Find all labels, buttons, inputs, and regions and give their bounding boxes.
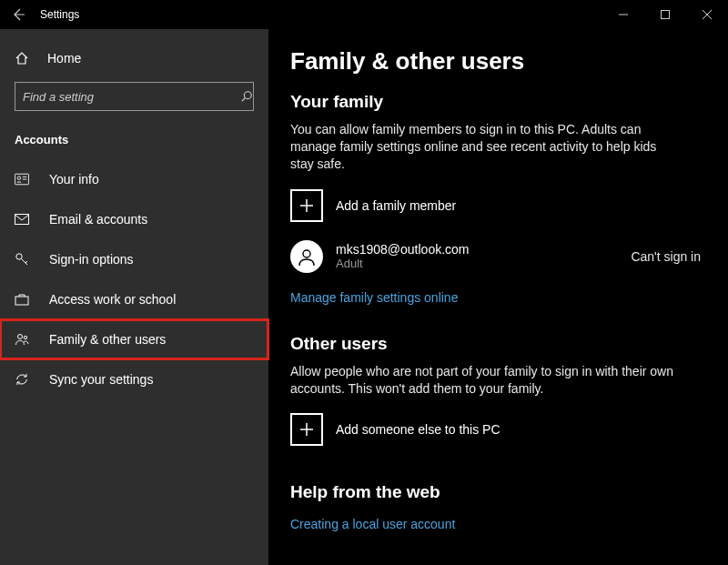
sidebar-item-label: Email & accounts [49,212,147,227]
sidebar-item-sync[interactable]: Sync your settings [0,359,268,399]
sidebar-item-label: Sync your settings [49,372,153,387]
svg-rect-11 [15,215,29,225]
svg-point-7 [17,177,21,180]
svg-point-16 [18,335,23,339]
your-family-heading: Your family [290,92,706,112]
svg-point-4 [244,92,251,99]
sidebar: Home Accounts Your info Email & account [0,29,268,565]
back-button[interactable] [0,0,36,29]
people-icon [15,332,33,347]
sidebar-item-label: Family & other users [49,332,166,347]
sidebar-item-family-users[interactable]: Family & other users [0,319,268,359]
your-family-desc: You can allow family members to sign in … [290,121,682,173]
svg-point-17 [24,336,26,338]
close-icon [703,10,712,19]
sync-icon [15,372,33,387]
sidebar-group-header: Accounts [0,126,268,159]
titlebar: Settings [0,0,728,29]
sidebar-item-label: Sign-in options [49,252,134,267]
sidebar-item-work-school[interactable]: Access work or school [0,279,268,319]
sidebar-item-label: Access work or school [49,292,176,307]
add-family-member[interactable]: Add a family member [290,189,706,222]
manage-family-link[interactable]: Manage family settings online [290,290,458,305]
sidebar-item-your-info[interactable]: Your info [0,159,268,199]
sidebar-item-signin-options[interactable]: Sign-in options [0,239,268,279]
page-title: Family & other users [290,47,706,76]
arrow-left-icon [11,7,25,22]
minimize-button[interactable] [602,0,644,29]
member-status: Can't sign in [631,249,706,264]
svg-rect-15 [15,297,28,305]
maximize-icon [661,10,670,19]
home-label: Home [47,51,81,66]
add-family-label: Add a family member [336,198,456,213]
svg-point-12 [16,254,22,259]
briefcase-icon [15,293,33,306]
maximize-button[interactable] [644,0,686,29]
home-link[interactable]: Home [0,40,268,76]
id-card-icon [15,173,33,186]
main-content: Family & other users Your family You can… [268,29,728,565]
help-link[interactable]: Creating a local user account [290,517,455,531]
plus-icon [290,413,323,446]
search-input[interactable] [15,90,224,104]
sidebar-item-email-accounts[interactable]: Email & accounts [0,199,268,239]
member-email: mks1908@outlook.com [336,242,470,257]
svg-line-5 [242,98,246,102]
other-users-heading: Other users [290,334,706,354]
key-icon [15,252,33,267]
svg-point-20 [303,250,310,257]
svg-line-14 [25,261,27,263]
close-button[interactable] [686,0,728,29]
search-box[interactable] [15,82,254,111]
svg-rect-1 [662,11,670,19]
home-icon [15,51,33,66]
minimize-icon [619,10,628,19]
member-role: Adult [336,257,470,270]
window-title: Settings [36,8,79,21]
plus-icon [290,189,323,222]
family-member-row[interactable]: mks1908@outlook.com Adult Can't sign in [290,240,706,273]
avatar-icon [290,240,323,273]
add-other-user-label: Add someone else to this PC [336,422,500,437]
mail-icon [15,214,33,225]
sidebar-item-label: Your info [49,172,99,187]
add-other-user[interactable]: Add someone else to this PC [290,413,706,446]
search-icon [224,90,253,103]
help-heading: Help from the web [290,482,706,502]
other-users-desc: Allow people who are not part of your fa… [290,363,682,398]
